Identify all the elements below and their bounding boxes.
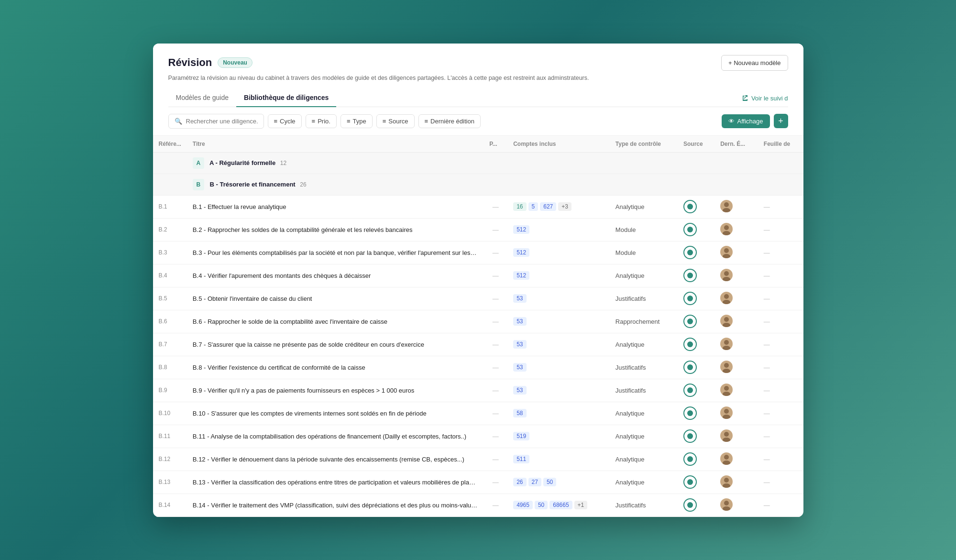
diligences-table: Référe... Titre P... Comptes inclus Type…: [153, 136, 803, 517]
row-source: [678, 195, 714, 218]
table-row[interactable]: B.2 B.2 - Rapprocher les soldes de la co…: [153, 218, 803, 241]
row-type: Analytique: [610, 333, 678, 356]
row-source: [678, 425, 714, 448]
tabs-bar: Modèles de guide Bibliothèque de diligen…: [168, 89, 788, 107]
table-row[interactable]: B.14 B.14 - Vérifier le traitement des V…: [153, 494, 803, 516]
table-row[interactable]: B.13 B.13 - Vérifier la classification d…: [153, 471, 803, 494]
filter-source-button[interactable]: ≡ Source: [376, 114, 415, 128]
tab-modeles-guide[interactable]: Modèles de guide: [168, 89, 237, 107]
row-source: [678, 402, 714, 425]
col-prio: P...: [483, 136, 507, 153]
row-title: B.6 - Rapprocher le solde de la comptabi…: [187, 310, 483, 333]
row-source: [678, 471, 714, 494]
table-row[interactable]: B.9 B.9 - Vérifier qu'il n'y a pas de pa…: [153, 379, 803, 402]
filter-type-button[interactable]: ≡ Type: [341, 114, 373, 128]
row-comptes: 53: [507, 310, 610, 333]
filter-prio-button[interactable]: ≡ Prio.: [306, 114, 337, 128]
table-row[interactable]: B.4 B.4 - Vérifier l'apurement des monta…: [153, 264, 803, 287]
table-row[interactable]: B.5 B.5 - Obtenir l'inventaire de caisse…: [153, 287, 803, 310]
table-row[interactable]: B.8 B.8 - Vérifier l'existence du certif…: [153, 356, 803, 379]
group-b-title: B B - Trésorerie et financement 26: [187, 174, 803, 195]
row-ref: B.13: [153, 471, 187, 494]
table-row[interactable]: B.7 B.7 - S'assurer que la caisse ne pré…: [153, 333, 803, 356]
voir-suivi-link[interactable]: Voir le suivi d: [742, 95, 788, 107]
add-button[interactable]: +: [774, 114, 788, 128]
svg-point-14: [724, 363, 729, 368]
row-ref: B.11: [153, 425, 187, 448]
affichage-button[interactable]: 👁 Affichage: [722, 114, 770, 128]
svg-point-0: [724, 202, 729, 207]
svg-point-23: [723, 461, 730, 465]
row-last-edit: —: [758, 471, 803, 494]
filter-cycle-button[interactable]: ≡ Cycle: [268, 114, 302, 128]
row-ref: B.3: [153, 241, 187, 264]
row-comptes: 53: [507, 379, 610, 402]
row-last-edit: —: [758, 264, 803, 287]
svg-point-7: [723, 277, 730, 281]
svg-point-21: [723, 438, 730, 442]
filter-icon: ≡: [312, 118, 316, 125]
filter-derniere-edition-button[interactable]: ≡ Dernière édition: [418, 114, 481, 128]
header-top: Révision Nouveau + Nouveau modèle: [168, 55, 788, 71]
row-type: Analytique: [610, 425, 678, 448]
group-b-count: 26: [300, 181, 306, 188]
row-last-edit: —: [758, 218, 803, 241]
group-a-title: A A - Régularité formelle 12: [187, 152, 803, 174]
svg-point-24: [724, 478, 729, 483]
col-comptes: Comptes inclus: [507, 136, 610, 153]
svg-point-20: [724, 432, 729, 437]
search-box[interactable]: 🔍: [168, 114, 264, 129]
group-row-a[interactable]: A A - Régularité formelle 12: [153, 152, 803, 174]
row-ref: B.1: [153, 195, 187, 218]
row-source: [678, 494, 714, 516]
row-title: B.14 - Vérifier le traitement des VMP (c…: [187, 494, 483, 516]
table-row[interactable]: B.12 B.12 - Vérifier le dénouement dans …: [153, 448, 803, 471]
col-title: Titre: [187, 136, 483, 153]
row-ref: B.2: [153, 218, 187, 241]
row-last-edit: —: [758, 241, 803, 264]
svg-point-6: [724, 271, 729, 276]
row-title: B.12 - Vérifier le dénouement dans la pé…: [187, 448, 483, 471]
group-a-count: 12: [280, 160, 286, 166]
row-last-edit: —: [758, 287, 803, 310]
row-title: B.7 - S'assurer que la caisse ne présent…: [187, 333, 483, 356]
tab-bibliotheque-diligences[interactable]: Bibliothèque de diligences: [236, 89, 336, 107]
row-source: [678, 310, 714, 333]
search-input[interactable]: [186, 118, 258, 125]
table-row[interactable]: B.6 B.6 - Rapprocher le solde de la comp…: [153, 310, 803, 333]
row-avatar: [714, 402, 758, 425]
row-avatar: [714, 494, 758, 516]
row-comptes: 519: [507, 425, 610, 448]
svg-point-22: [724, 455, 729, 460]
row-last-edit: —: [758, 402, 803, 425]
row-prio: —: [483, 195, 507, 218]
row-last-edit: —: [758, 356, 803, 379]
table-container: Référe... Titre P... Comptes inclus Type…: [153, 136, 803, 517]
status-badge: Nouveau: [218, 57, 253, 68]
row-ref: B.6: [153, 310, 187, 333]
group-row-b[interactable]: B B - Trésorerie et financement 26: [153, 174, 803, 195]
row-comptes: 53: [507, 333, 610, 356]
table-row[interactable]: B.10 B.10 - S'assurer que les comptes de…: [153, 402, 803, 425]
row-type: Justificatifs: [610, 287, 678, 310]
table-row[interactable]: B.11 B.11 - Analyse de la comptabilisati…: [153, 425, 803, 448]
row-title: B.10 - S'assurer que les comptes de vire…: [187, 402, 483, 425]
row-title: B.2 - Rapprocher les soldes de la compta…: [187, 218, 483, 241]
row-type: Analytique: [610, 471, 678, 494]
svg-point-25: [723, 483, 730, 488]
nouveau-modele-button[interactable]: + Nouveau modèle: [721, 55, 788, 71]
table-row[interactable]: B.1 B.1 - Effectuer la revue analytique …: [153, 195, 803, 218]
row-last-edit: —: [758, 333, 803, 356]
row-source: [678, 333, 714, 356]
svg-point-4: [724, 248, 729, 253]
row-comptes: 512: [507, 264, 610, 287]
col-ref: Référe...: [153, 136, 187, 153]
row-avatar: [714, 425, 758, 448]
col-feuille: Feuille de: [758, 136, 803, 153]
row-avatar: [714, 333, 758, 356]
row-title: B.5 - Obtenir l'inventaire de caisse du …: [187, 287, 483, 310]
table-row[interactable]: B.3 B.3 - Pour les éléments comptabilisé…: [153, 241, 803, 264]
app-container: Révision Nouveau + Nouveau modèle Paramé…: [153, 44, 803, 517]
col-source: Source: [678, 136, 714, 153]
row-last-edit: —: [758, 195, 803, 218]
